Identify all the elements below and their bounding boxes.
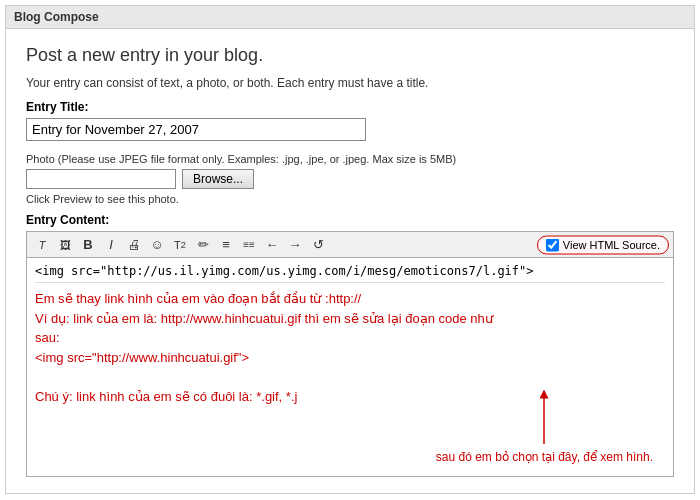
photo-file-input[interactable] [26,169,176,189]
entry-title-label: Entry Title: [26,100,674,114]
view-html-label: View HTML Source. [563,239,660,251]
annotation-area: sau đó em bỏ chọn tại đây, để xem hình. [436,389,653,466]
toolbar-btn-edit[interactable]: ✏ [193,235,213,254]
title-bar: Blog Compose [6,6,694,29]
browse-button[interactable]: Browse... [182,169,254,189]
title-bar-label: Blog Compose [14,10,99,24]
annotation-text: sau đó em bỏ chọn tại đây, để xem hình. [436,449,653,466]
toolbar-btn-indent[interactable]: → [285,235,305,254]
photo-row: Browse... [26,169,674,189]
entry-title-input[interactable] [26,118,366,141]
editor-area[interactable]: <img src="http://us.il.yimg.com/us.yimg.… [26,257,674,477]
content-area: Post a new entry in your blog. Your entr… [6,29,694,493]
view-html-box: View HTML Source. [537,235,669,254]
editor-img-tag: <img src="http://us.il.yimg.com/us.yimg.… [35,264,665,283]
toolbar-btn-font[interactable]: T [32,237,52,253]
toolbar-btn-align-left[interactable]: ≡ [216,235,236,254]
toolbar-btn-bold[interactable]: B [78,235,98,254]
toolbar-btn-italic[interactable]: I [101,235,121,254]
editor-toolbar: T 🖼 B I 🖨 ☺ T2 ✏ ≡ ≡≡ ← → ↺ View HTML So… [26,231,674,257]
main-heading: Post a new entry in your blog. [26,45,674,66]
toolbar-btn-sub[interactable]: T2 [170,237,190,253]
view-html-checkbox[interactable] [546,238,559,251]
sub-text: Your entry can consist of text, a photo,… [26,76,674,90]
editor-wrapper: T 🖼 B I 🖨 ☺ T2 ✏ ≡ ≡≡ ← → ↺ View HTML So… [26,231,674,477]
toolbar-btn-emoticon[interactable]: ☺ [147,235,167,254]
toolbar-btn-print[interactable]: 🖨 [124,235,144,254]
toolbar-btn-align-center[interactable]: ≡≡ [239,237,259,252]
toolbar-btn-image[interactable]: 🖼 [55,237,75,253]
annotation-arrow-svg [504,389,584,449]
click-preview-text: Click Preview to see this photo. [26,193,674,205]
entry-content-label: Entry Content: [26,213,674,227]
toolbar-btn-undo[interactable]: ↺ [308,235,328,254]
blog-compose-container: Blog Compose Post a new entry in your bl… [5,5,695,494]
toolbar-btn-outdent[interactable]: ← [262,235,282,254]
photo-label: Photo (Please use JPEG file format only.… [26,153,674,165]
